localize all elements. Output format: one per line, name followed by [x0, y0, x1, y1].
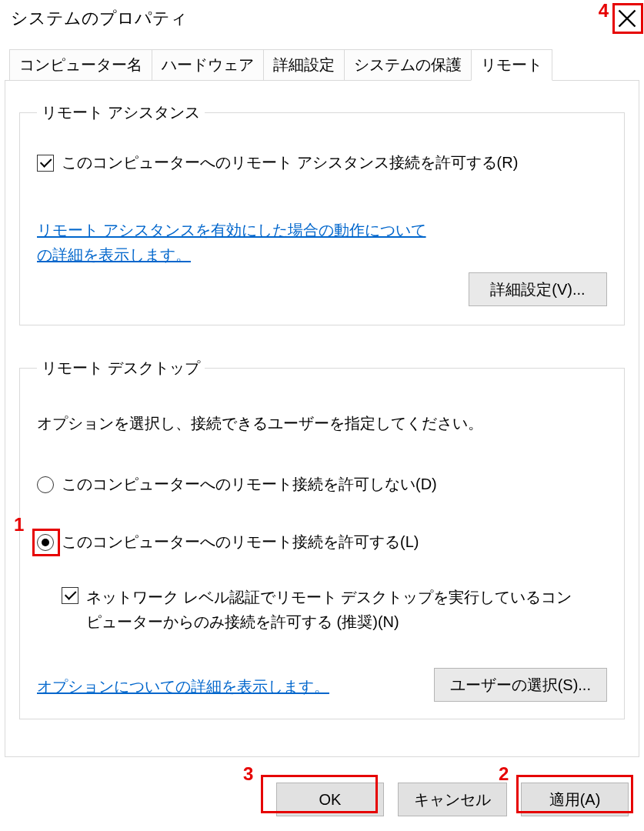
apply-button[interactable]: 適用(A) — [521, 783, 629, 816]
dialog-title: システムのプロパティ — [11, 7, 612, 30]
remote-assistance-legend: リモート アシスタンス — [37, 102, 205, 123]
remote-desktop-legend: リモート デスクトップ — [37, 358, 205, 379]
close-button[interactable] — [612, 3, 642, 34]
disallow-remote-label: このコンピューターへのリモート接続を許可しない(D) — [62, 474, 437, 495]
nla-checkbox[interactable] — [62, 587, 78, 604]
remote-assistance-group: リモート アシスタンス このコンピューターへのリモート アシスタンス接続を許可す… — [19, 102, 625, 325]
allow-remote-radio[interactable] — [37, 534, 54, 551]
remote-tab-panel: リモート アシスタンス このコンピューターへのリモート アシスタンス接続を許可す… — [5, 80, 639, 757]
cancel-button[interactable]: キャンセル — [398, 783, 507, 816]
allow-remote-assistance-label: このコンピューターへのリモート アシスタンス接続を許可する(R) — [62, 152, 518, 173]
dialog-footer: OK キャンセル 適用(A) — [0, 776, 644, 823]
remote-assistance-advanced-button[interactable]: 詳細設定(V)... — [469, 272, 607, 306]
remote-desktop-group: リモート デスクトップ オプションを選択し、接続できるユーザーを指定してください… — [19, 358, 625, 719]
allow-remote-assistance-checkbox[interactable] — [37, 155, 54, 172]
tab-system-protection[interactable]: システムの保護 — [344, 49, 472, 80]
select-users-button[interactable]: ユーザーの選択(S)... — [434, 668, 607, 702]
remote-assistance-info-link[interactable]: リモート アシスタンスを有効にした場合の動作についての詳細を表示します。 — [37, 222, 426, 263]
system-properties-dialog: システムのプロパティ 4 コンピューター名 ハードウェア 詳細設定 システムの保… — [0, 0, 644, 831]
allow-remote-label: このコンピューターへのリモート接続を許可する(L) — [62, 532, 419, 552]
tab-computer-name[interactable]: コンピューター名 — [9, 49, 152, 80]
nla-checkbox-label: ネットワーク レベル認証でリモート デスクトップを実行しているコンピューターから… — [86, 585, 579, 634]
titlebar: システムのプロパティ — [0, 0, 644, 37]
tab-bar: コンピューター名 ハードウェア 詳細設定 システムの保護 リモート — [0, 48, 644, 80]
tab-advanced[interactable]: 詳細設定 — [263, 49, 345, 80]
disallow-remote-radio[interactable] — [37, 476, 54, 493]
remote-desktop-options-link[interactable]: オプションについての詳細を表示します。 — [37, 678, 329, 695]
tab-hardware[interactable]: ハードウェア — [152, 49, 264, 80]
close-icon — [616, 8, 638, 29]
ok-button[interactable]: OK — [276, 783, 384, 816]
tab-remote[interactable]: リモート — [471, 49, 552, 81]
remote-desktop-instruction: オプションを選択し、接続できるユーザーを指定してください。 — [37, 411, 607, 436]
